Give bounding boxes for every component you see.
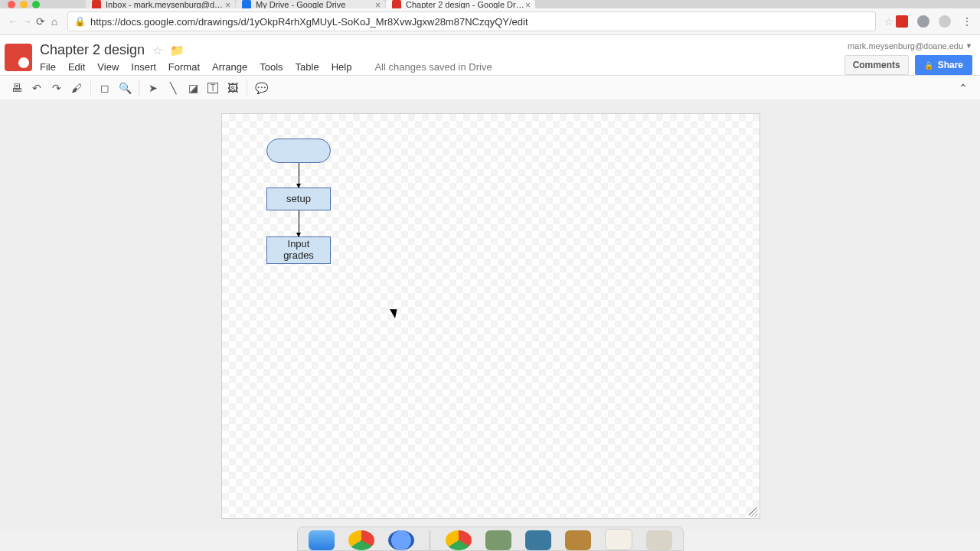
favicon-icon: [242, 0, 251, 8]
comments-label: Comments: [853, 60, 900, 70]
flowchart-shape-input[interactable]: Input grades: [266, 236, 331, 264]
dock-app-chrome[interactable]: [348, 530, 374, 550]
toolbar: 🖶 ↶ ↷ 🖌 ◻ 🔍 ➤ ╲ ◪ 🅃 🖼 💬 ⌃: [0, 75, 980, 101]
dock-app-notes[interactable]: [605, 529, 632, 550]
browser-tabs: Inbox - mark.meysenburg@d… × My Drive - …: [86, 0, 536, 8]
window-controls[interactable]: [8, 0, 40, 8]
canvas-area[interactable]: setupInput grades: [0, 99, 980, 529]
dock-app-generic-1[interactable]: [485, 530, 511, 550]
reload-icon[interactable]: ⟳: [34, 15, 47, 28]
menu-bar: File Edit View Insert Format Arrange Too…: [40, 61, 844, 73]
dock-app-chrome-2[interactable]: [446, 530, 472, 550]
menu-view[interactable]: View: [97, 61, 119, 73]
textbox-tool-icon[interactable]: 🅃: [204, 79, 222, 97]
account-email[interactable]: mark.meysenburg@doane.edu ▼: [848, 41, 972, 51]
undo-icon[interactable]: ↶: [28, 79, 46, 97]
caret-down-icon: ▼: [965, 42, 972, 50]
menu-file[interactable]: File: [40, 61, 56, 73]
window-minimize-icon[interactable]: [20, 1, 28, 8]
separator: [247, 80, 247, 96]
browser-tab-inbox[interactable]: Inbox - mark.meysenburg@d… ×: [86, 0, 235, 8]
dock-separator: [430, 530, 430, 550]
account-email-text: mark.meysenburg@doane.edu: [848, 41, 963, 51]
fit-zoom-icon[interactable]: ◻: [96, 79, 114, 97]
favicon-icon: [92, 0, 101, 8]
doc-header: Chapter 2 design ☆ 📁 File Edit View Inse…: [0, 35, 980, 75]
window-zoom-icon[interactable]: [32, 1, 40, 8]
nav-forward-icon[interactable]: →: [20, 15, 34, 28]
flowchart-arrow[interactable]: [299, 163, 299, 187]
menu-help[interactable]: Help: [332, 61, 352, 73]
shape-label: setup: [286, 194, 311, 205]
comments-button[interactable]: Comments: [844, 55, 909, 75]
menu-edit[interactable]: Edit: [68, 61, 85, 73]
address-bar[interactable]: 🔒 https://docs.google.com/drawings/d/1yO…: [67, 11, 876, 31]
chrome-menu-icon[interactable]: ⋮: [960, 15, 974, 28]
canvas-resize-grip[interactable]: [749, 507, 758, 517]
tab-close-icon[interactable]: ×: [225, 0, 230, 8]
browser-toolbar: ← → ⟳ ⌂ 🔒 https://docs.google.com/drawin…: [0, 8, 980, 35]
shape-label: Input grades: [283, 239, 314, 262]
share-label: Share: [938, 60, 963, 70]
browser-tab-drawing[interactable]: Chapter 2 design - Google Dr… ×: [386, 0, 535, 8]
shape-tool-icon[interactable]: ◪: [184, 79, 202, 97]
dock: [0, 528, 980, 551]
tab-title: Chapter 2 design - Google Dr…: [406, 0, 524, 8]
dock-app-trash[interactable]: [646, 530, 672, 550]
move-folder-icon[interactable]: 📁: [170, 44, 185, 57]
dock-app-finder[interactable]: [309, 530, 335, 550]
doc-title[interactable]: Chapter 2 design: [40, 42, 145, 58]
app-window: Chapter 2 design ☆ 📁 File Edit View Inse…: [0, 35, 980, 529]
dock-app-safari[interactable]: [388, 530, 414, 550]
browser-tab-strip: Inbox - mark.meysenburg@d… × My Drive - …: [0, 0, 980, 8]
extension-icons: ⋮: [896, 15, 974, 28]
zoom-icon[interactable]: 🔍: [116, 79, 134, 97]
star-icon[interactable]: ☆: [152, 44, 162, 57]
browser-tab-drive[interactable]: My Drive - Google Drive ×: [236, 0, 385, 8]
dock-app-generic-3[interactable]: [565, 530, 591, 550]
tab-title: Inbox - mark.meysenburg@d…: [106, 0, 223, 8]
favicon-icon: [392, 0, 401, 8]
extension-icon[interactable]: [896, 15, 908, 28]
tab-title: My Drive - Google Drive: [256, 0, 345, 8]
nav-back-icon[interactable]: ←: [6, 15, 20, 28]
separator: [139, 80, 139, 96]
menu-insert[interactable]: Insert: [131, 61, 156, 73]
print-icon[interactable]: 🖶: [8, 79, 26, 97]
separator: [90, 80, 91, 96]
window-close-icon[interactable]: [8, 1, 15, 8]
url-text: https://docs.google.com/drawings/d/1yOkp…: [90, 16, 528, 28]
menu-arrange[interactable]: Arrange: [212, 61, 247, 73]
select-tool-icon[interactable]: ➤: [144, 79, 162, 97]
flowchart-arrow[interactable]: [299, 210, 299, 236]
tab-close-icon[interactable]: ×: [525, 0, 531, 8]
menu-tools[interactable]: Tools: [260, 61, 283, 73]
redo-icon[interactable]: ↷: [47, 79, 66, 97]
image-tool-icon[interactable]: 🖼: [224, 79, 242, 97]
bookmark-star-icon[interactable]: ☆: [882, 15, 896, 28]
collapse-toolbar-icon[interactable]: ⌃: [954, 79, 972, 97]
lock-icon: 🔒: [74, 16, 86, 27]
flowchart-shape-setup[interactable]: setup: [266, 187, 331, 210]
extension-icon[interactable]: [939, 15, 951, 28]
menu-table[interactable]: Table: [296, 61, 319, 73]
home-icon[interactable]: ⌂: [47, 15, 61, 28]
share-button[interactable]: 🔒 Share: [915, 55, 972, 75]
lock-icon: 🔒: [924, 61, 933, 70]
dock-app-generic-2[interactable]: [525, 530, 551, 550]
extension-icon[interactable]: [917, 15, 929, 28]
save-status: All changes saved in Drive: [374, 61, 492, 73]
drawing-canvas[interactable]: setupInput grades: [221, 113, 760, 519]
mouse-cursor-icon: [392, 307, 400, 318]
paint-format-icon[interactable]: 🖌: [67, 79, 86, 97]
flowchart-shape-terminator[interactable]: [266, 139, 331, 163]
drawings-logo-icon[interactable]: [5, 44, 32, 71]
comment-icon[interactable]: 💬: [252, 79, 270, 97]
tab-close-icon[interactable]: ×: [375, 0, 381, 8]
menu-format[interactable]: Format: [168, 61, 200, 73]
line-tool-icon[interactable]: ╲: [164, 79, 182, 97]
